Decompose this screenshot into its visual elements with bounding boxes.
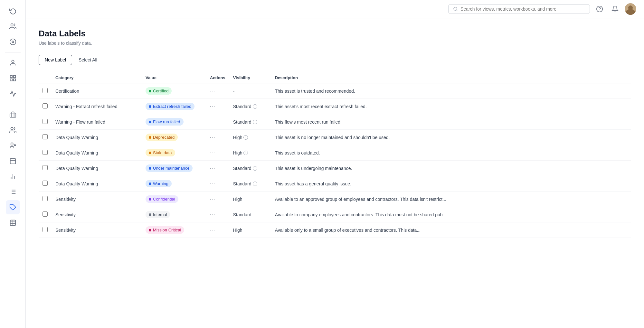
- sidebar-icon-briefcase[interactable]: [6, 108, 20, 122]
- sidebar-icon-label[interactable]: [6, 200, 20, 214]
- row-actions[interactable]: ···: [206, 207, 229, 222]
- sidebar-icon-user[interactable]: [6, 56, 20, 70]
- row-checkbox[interactable]: [43, 165, 48, 170]
- info-icon[interactable]: i: [243, 151, 248, 155]
- page-subtitle: Use labels to classify data.: [39, 41, 631, 46]
- page-title: Data Labels: [39, 29, 631, 39]
- row-value: Warning: [142, 176, 206, 192]
- row-description: This asset is no longer maintained and s…: [271, 130, 631, 145]
- info-icon[interactable]: i: [253, 104, 257, 109]
- sidebar-icon-list[interactable]: [6, 185, 20, 199]
- sidebar: [0, 0, 26, 328]
- table-row: Warning - Flow run failedFlow run failed…: [39, 114, 631, 130]
- svg-point-30: [454, 7, 457, 10]
- row-visibility: Highi: [229, 145, 271, 161]
- new-label-button[interactable]: New Label: [39, 55, 72, 65]
- row-category: Certification: [52, 83, 142, 99]
- sidebar-icon-location[interactable]: [6, 35, 20, 49]
- sidebar-icon-history[interactable]: [6, 4, 20, 18]
- row-checkbox[interactable]: [43, 211, 48, 217]
- row-actions[interactable]: ···: [206, 192, 229, 207]
- row-value: Extract refresh failed: [142, 99, 206, 114]
- row-visibility: Standardi: [229, 114, 271, 130]
- topbar: [26, 0, 644, 18]
- svg-point-9: [11, 127, 13, 130]
- row-checkbox[interactable]: [43, 196, 48, 201]
- row-actions[interactable]: ···: [206, 99, 229, 114]
- row-actions[interactable]: ···: [206, 114, 229, 130]
- row-category: Warning - Extract refresh failed: [52, 99, 142, 114]
- sidebar-icon-grid[interactable]: [6, 71, 20, 85]
- row-actions[interactable]: ···: [206, 176, 229, 192]
- table-row: CertificationCertified···-This asset is …: [39, 83, 631, 99]
- col-header-value: Value: [142, 73, 206, 83]
- main-area: Data Labels Use labels to classify data.…: [26, 0, 644, 328]
- sidebar-icon-group-users[interactable]: [6, 123, 20, 137]
- row-category: Sensitivity: [52, 192, 142, 207]
- sidebar-icon-people[interactable]: [6, 19, 20, 33]
- row-description: This asset is trusted and recommended.: [271, 83, 631, 99]
- row-value: Internal: [142, 207, 206, 222]
- row-description: This asset's most recent extract refresh…: [271, 99, 631, 114]
- row-visibility: Standard: [229, 207, 271, 222]
- svg-line-31: [456, 10, 457, 11]
- svg-rect-4: [10, 76, 12, 78]
- avatar[interactable]: [625, 3, 636, 15]
- info-icon[interactable]: i: [253, 182, 257, 186]
- col-header-visibility: Visibility: [229, 73, 271, 83]
- info-icon[interactable]: i: [243, 135, 248, 140]
- svg-rect-7: [13, 79, 15, 81]
- svg-point-10: [11, 143, 13, 145]
- row-checkbox[interactable]: [43, 103, 48, 108]
- row-visibility: Highi: [229, 130, 271, 145]
- row-checkbox[interactable]: [43, 181, 48, 186]
- row-actions[interactable]: ···: [206, 161, 229, 176]
- info-icon[interactable]: i: [253, 120, 257, 124]
- row-value: Stale data: [142, 145, 206, 161]
- row-value: Mission Critical: [142, 222, 206, 238]
- row-checkbox[interactable]: [43, 88, 48, 93]
- data-labels-table: Category Value Actions Visibility Descri…: [39, 73, 631, 238]
- bell-icon[interactable]: [609, 3, 621, 15]
- table-row: SensitivityInternal···StandardAvailable …: [39, 207, 631, 222]
- sidebar-divider-1: [5, 52, 21, 52]
- row-actions[interactable]: ···: [206, 222, 229, 238]
- row-checkbox[interactable]: [43, 134, 48, 139]
- col-header-actions: Actions: [206, 73, 229, 83]
- row-value: Flow run failed: [142, 114, 206, 130]
- col-header-category: Category: [52, 73, 142, 83]
- row-value: Deprecated: [142, 130, 206, 145]
- row-checkbox[interactable]: [43, 119, 48, 124]
- row-visibility: Standardi: [229, 161, 271, 176]
- sidebar-icon-pulse[interactable]: [6, 87, 20, 101]
- row-visibility: Standardi: [229, 99, 271, 114]
- toolbar: New Label Select All: [39, 55, 631, 65]
- row-description: This asset has a general quality issue.: [271, 176, 631, 192]
- select-all-button[interactable]: Select All: [77, 55, 99, 65]
- info-icon[interactable]: i: [253, 166, 257, 171]
- row-checkbox[interactable]: [43, 150, 48, 155]
- row-actions[interactable]: ···: [206, 130, 229, 145]
- row-checkbox[interactable]: [43, 227, 48, 232]
- table-row: Data Quality WarningDeprecated···HighiTh…: [39, 130, 631, 145]
- help-icon[interactable]: [594, 3, 605, 15]
- search-input[interactable]: [460, 6, 585, 12]
- row-visibility: -: [229, 83, 271, 99]
- sidebar-icon-calendar[interactable]: [6, 154, 20, 168]
- row-actions[interactable]: ···: [206, 145, 229, 161]
- row-actions[interactable]: ···: [206, 83, 229, 99]
- row-description: This asset is undergoing maintenance.: [271, 161, 631, 176]
- row-visibility: Standardi: [229, 176, 271, 192]
- sidebar-icon-group-settings[interactable]: [6, 138, 20, 153]
- svg-rect-5: [13, 76, 15, 78]
- row-visibility: High: [229, 192, 271, 207]
- row-description: This asset is outdated.: [271, 145, 631, 161]
- sidebar-icon-table2[interactable]: [6, 216, 20, 230]
- svg-rect-6: [10, 79, 12, 81]
- search-bar[interactable]: [448, 4, 590, 14]
- row-description: Available to company employees and contr…: [271, 207, 631, 222]
- row-category: Sensitivity: [52, 222, 142, 238]
- sidebar-icon-chart[interactable]: [6, 169, 20, 183]
- table-row: SensitivityConfidential···HighAvailable …: [39, 192, 631, 207]
- table-row: Data Quality WarningStale data···HighiTh…: [39, 145, 631, 161]
